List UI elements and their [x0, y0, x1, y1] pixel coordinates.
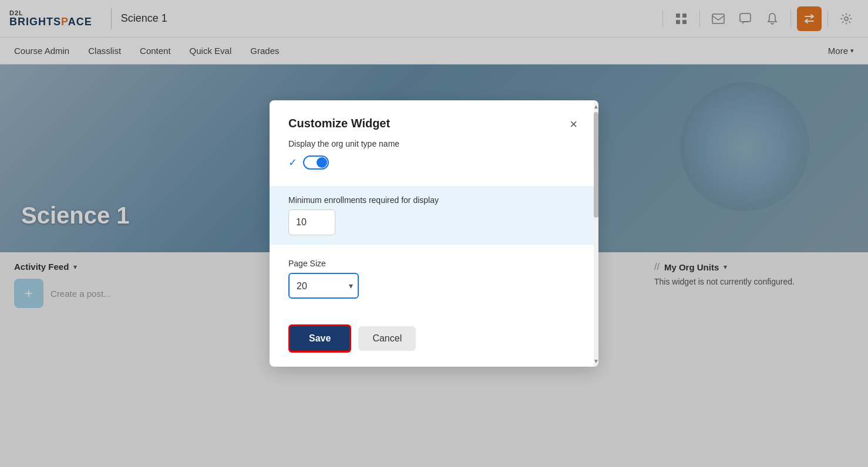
modal-close-button[interactable]: × — [567, 117, 580, 132]
customize-widget-modal: ▲ ▼ Customize Widget × Display the org u… — [270, 100, 598, 317]
page-size-select[interactable]: 10 20 50 100 — [288, 273, 359, 299]
min-enrollment-label: Minimum enrollments required for display — [288, 195, 580, 205]
toggle-switch[interactable] — [303, 155, 329, 170]
modal-header: Customize Widget × — [288, 117, 580, 132]
min-enrollment-input[interactable] — [288, 209, 335, 235]
modal-footer: Save Cancel — [270, 313, 598, 317]
toggle-check-icon: ✓ — [288, 156, 297, 169]
modal-overlay: ▲ ▼ Customize Widget × Display the org u… — [0, 0, 868, 317]
scroll-up-icon[interactable]: ▲ — [594, 100, 598, 112]
min-enrollment-section: Minimum enrollments required for display — [270, 186, 598, 245]
page-size-label: Page Size — [288, 259, 580, 268]
page-size-section: Page Size 10 20 50 100 ▾ — [288, 259, 580, 299]
toggle-thumb — [317, 157, 327, 168]
toggle-container: ✓ — [288, 155, 580, 170]
scrollbar-thumb[interactable] — [594, 112, 598, 218]
toggle-label: Display the org unit type name — [288, 139, 580, 148]
modal-scrollbar[interactable]: ▲ ▼ — [594, 100, 598, 317]
page-size-select-wrapper: 10 20 50 100 ▾ — [288, 273, 359, 299]
modal-title: Customize Widget — [288, 117, 390, 130]
modal-content: Customize Widget × Display the org unit … — [270, 100, 598, 313]
